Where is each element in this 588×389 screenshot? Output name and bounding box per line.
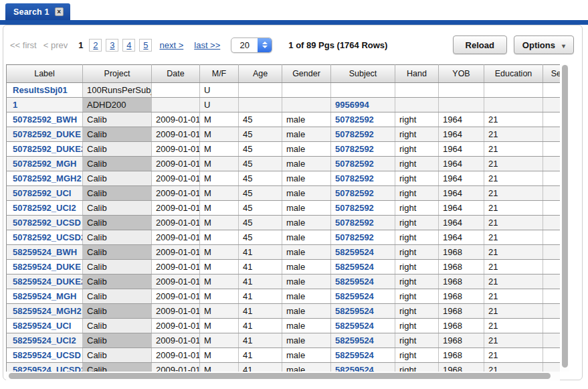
table-row: 58259524_UCI2Calib2009-01-01M41male58259… xyxy=(7,333,561,348)
options-label: Options xyxy=(522,40,555,50)
table-cell: 41 xyxy=(239,363,282,372)
table-cell: 50782592_MGH2 xyxy=(7,171,83,186)
label-link[interactable]: 58259524_DUKE2 xyxy=(13,277,83,287)
table-cell: right xyxy=(395,333,439,348)
label-link[interactable]: 50782592_MGH xyxy=(13,159,76,169)
table-cell: 1968 xyxy=(439,363,484,372)
page-button[interactable]: 2 xyxy=(89,39,102,52)
label-link[interactable]: 58259524_MGH xyxy=(13,291,76,301)
subject-link[interactable]: 58259524 xyxy=(335,247,374,257)
column-header-m-f[interactable]: M/F xyxy=(200,65,239,83)
table-cell: M xyxy=(200,157,239,171)
label-link[interactable]: 58259524_BWH xyxy=(13,247,77,257)
table-cell: 1968 xyxy=(439,289,484,304)
column-header-age[interactable]: Age xyxy=(239,65,282,83)
subject-link[interactable]: 58259524 xyxy=(335,335,374,345)
table-cell: 50782592 xyxy=(331,112,395,127)
vertical-scrollbar-thumb[interactable] xyxy=(562,65,568,368)
column-header-ses[interactable]: Ses xyxy=(543,65,561,83)
table-cell: 58259524 xyxy=(331,363,395,372)
table-cell: male xyxy=(282,112,331,127)
label-link[interactable]: 58259524_UCI xyxy=(13,321,71,331)
label-link[interactable]: 50782592_BWH xyxy=(13,114,77,125)
table-row: 50782592_UCICalib2009-01-01M45male507825… xyxy=(7,186,561,201)
table-cell xyxy=(395,83,439,98)
label-link[interactable]: 58259524_MGH2 xyxy=(13,306,82,316)
table-cell: 21 xyxy=(484,171,543,186)
table-cell: right xyxy=(395,157,439,171)
column-header-yob[interactable]: YOB xyxy=(439,65,484,83)
column-header-project[interactable]: Project xyxy=(83,65,152,83)
subject-link[interactable]: 9956994 xyxy=(335,100,369,110)
subject-link[interactable]: 50782592 xyxy=(335,218,374,228)
table-cell: 50782592_UCI2 xyxy=(7,201,83,216)
options-button[interactable]: Options▾ xyxy=(514,35,574,54)
subject-link[interactable]: 58259524 xyxy=(335,350,374,360)
label-link[interactable]: 58259524_UCSD xyxy=(13,350,81,360)
table-cell xyxy=(484,98,543,112)
page-button[interactable]: 5 xyxy=(139,39,152,52)
subject-link[interactable]: 58259524 xyxy=(335,277,374,287)
next-page-link[interactable]: next > xyxy=(159,40,183,50)
subject-link[interactable]: 58259524 xyxy=(335,306,374,316)
label-link[interactable]: ResultsSbj01 xyxy=(13,85,68,95)
subject-link[interactable]: 58259524 xyxy=(335,321,374,331)
subject-link[interactable]: 58259524 xyxy=(335,262,374,272)
column-header-date[interactable]: Date xyxy=(152,65,200,83)
label-link[interactable]: 58259524_UCI2 xyxy=(13,335,76,345)
tab-search-1[interactable]: Search 1 × xyxy=(5,3,70,20)
subject-link[interactable]: 50782592 xyxy=(335,173,374,183)
table-cell: 21 xyxy=(484,333,543,348)
table-cell: 1 xyxy=(7,98,83,112)
horizontal-scrollbar[interactable] xyxy=(6,372,560,380)
label-link[interactable]: 1 xyxy=(13,100,17,110)
table-row: 50782592_DUKE2Calib2009-01-01M45male5078… xyxy=(7,142,561,157)
column-header-gender[interactable]: Gender xyxy=(282,65,331,83)
close-icon[interactable]: × xyxy=(55,7,64,16)
table-cell: 50782592_DUKE xyxy=(7,127,83,142)
label-link[interactable]: 58259524_DUKE xyxy=(13,262,81,272)
table-cell: 2009-01-01 xyxy=(152,112,200,127)
label-link[interactable]: 50782592_MGH2 xyxy=(13,173,82,183)
page-button[interactable]: 3 xyxy=(106,39,118,52)
vertical-scrollbar[interactable] xyxy=(561,64,569,372)
subject-link[interactable]: 50782592 xyxy=(335,232,374,242)
subject-link[interactable]: 50782592 xyxy=(335,188,374,198)
table-cell: ResultsSbj01 xyxy=(7,83,83,98)
subject-link[interactable]: 58259524 xyxy=(335,291,374,301)
subject-link[interactable]: 50782592 xyxy=(335,129,374,139)
label-link[interactable]: 58259524_UCSD2 xyxy=(13,365,83,372)
subject-link[interactable]: 50782592 xyxy=(335,203,374,213)
label-link[interactable]: 50782592_UCI2 xyxy=(13,203,76,213)
table-row: 58259524_UCSDCalib2009-01-01M41male58259… xyxy=(7,348,561,363)
table-cell: right xyxy=(395,304,439,319)
subject-link[interactable]: 50782592 xyxy=(335,159,374,169)
page-size-select[interactable]: 20 xyxy=(231,37,272,53)
page-button[interactable]: 4 xyxy=(122,39,135,52)
table-cell: 21 xyxy=(484,348,543,363)
column-header-education[interactable]: Education xyxy=(484,65,543,83)
table-cell: 41 xyxy=(239,245,282,260)
subject-link[interactable]: 50782592 xyxy=(335,114,374,125)
table-cell: 58259524 xyxy=(331,348,395,363)
table-cell: 21 xyxy=(484,157,543,171)
column-header-label[interactable]: Label xyxy=(7,65,83,83)
table-cell: 2009-01-01 xyxy=(152,216,200,230)
reload-button[interactable]: Reload xyxy=(453,35,507,54)
table-cell: 50782592 xyxy=(331,201,395,216)
label-link[interactable]: 50782592_DUKE xyxy=(13,129,81,139)
last-page-link[interactable]: last >> xyxy=(194,40,220,50)
table-cell xyxy=(543,289,561,304)
label-link[interactable]: 50782592_DUKE2 xyxy=(13,144,83,154)
label-link[interactable]: 50782592_UCI xyxy=(13,188,71,198)
column-header-hand[interactable]: Hand xyxy=(395,65,439,83)
table-cell: 1964 xyxy=(439,186,484,201)
subject-link[interactable]: 58259524 xyxy=(335,365,374,372)
subject-link[interactable]: 50782592 xyxy=(335,144,374,154)
column-header-subject[interactable]: Subject xyxy=(331,65,395,83)
label-link[interactable]: 50782592_UCSD xyxy=(13,218,81,228)
table-cell: 2009-01-01 xyxy=(152,230,200,245)
label-link[interactable]: 50782592_UCSD2 xyxy=(13,232,83,242)
horizontal-scrollbar-thumb[interactable] xyxy=(9,373,551,379)
table-cell: 2009-01-01 xyxy=(152,127,200,142)
